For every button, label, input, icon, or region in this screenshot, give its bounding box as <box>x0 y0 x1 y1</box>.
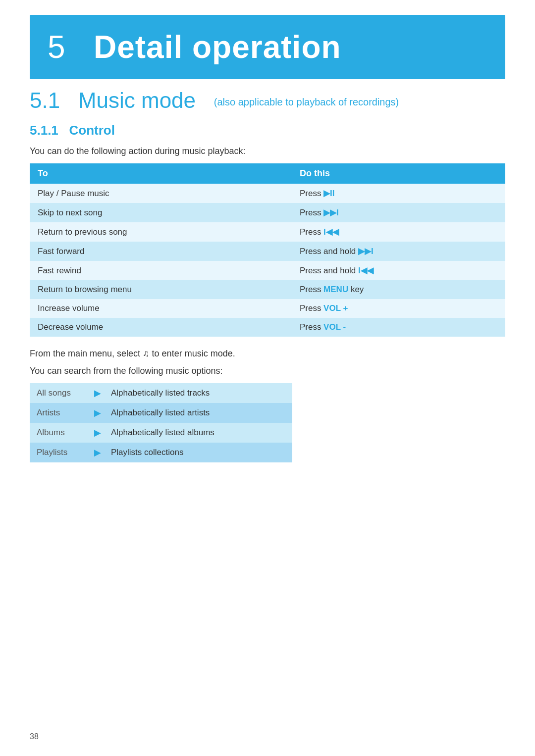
chapter-title-text: Detail operation <box>94 29 341 65</box>
option-label: Playlists <box>30 443 89 462</box>
table-row: Return to browsing menuPress MENU key <box>30 280 505 299</box>
arrow-icon: ▶ <box>89 443 104 462</box>
table-cell-to: Decrease volume <box>30 318 292 337</box>
arrow-icon: ▶ <box>89 423 104 443</box>
chapter-number: 5 <box>48 29 66 65</box>
table-cell-do: Press and hold ▶▶I <box>292 242 505 261</box>
table-cell-do: Press MENU key <box>292 280 505 299</box>
music-mode-text: From the main menu, select ♫ to enter mu… <box>30 349 505 359</box>
option-description: Playlists collections <box>104 443 292 462</box>
chapter-title: 5 Detail operation <box>48 29 487 65</box>
option-label: Albums <box>30 423 89 443</box>
table-row: Fast forwardPress and hold ▶▶I <box>30 242 505 261</box>
section-title: 5.1 Music mode (also applicable to playb… <box>30 88 505 113</box>
list-item: Artists▶Alphabetically listed artists <box>30 403 292 423</box>
table-row: Fast rewindPress and hold I◀◀ <box>30 261 505 280</box>
search-intro-text: You can search from the following music … <box>30 366 505 376</box>
arrow-icon: ▶ <box>89 403 104 423</box>
table-cell-do: Press I◀◀ <box>292 222 505 242</box>
section-subtitle: (also applicable to playback of recordin… <box>214 97 399 107</box>
page-number: 38 <box>30 732 39 741</box>
table-cell-do: Press ▶▶I <box>292 203 505 222</box>
col2-header: Do this <box>292 163 505 184</box>
table-header-row: To Do this <box>30 163 505 184</box>
list-item: All songs▶Alphabetically listed tracks <box>30 383 292 403</box>
table-row: Return to previous songPress I◀◀ <box>30 222 505 242</box>
table-cell-to: Return to previous song <box>30 222 292 242</box>
option-label: Artists <box>30 403 89 423</box>
table-cell-to: Increase volume <box>30 299 292 318</box>
table-cell-to: Fast rewind <box>30 261 292 280</box>
subsection-title-text: Control <box>69 123 115 138</box>
table-cell-to: Return to browsing menu <box>30 280 292 299</box>
table-cell-to: Skip to next song <box>30 203 292 222</box>
option-description: Alphabetically listed artists <box>104 403 292 423</box>
section-title-text: Music mode <box>78 88 196 112</box>
subsection-number: 5.1.1 <box>30 123 58 138</box>
option-description: Alphabetically listed albums <box>104 423 292 443</box>
table-row: Decrease volumePress VOL - <box>30 318 505 337</box>
table-row: Increase volumePress VOL + <box>30 299 505 318</box>
list-item: Playlists▶Playlists collections <box>30 443 292 462</box>
col1-header: To <box>30 163 292 184</box>
chapter-header: 5 Detail operation <box>30 15 505 79</box>
option-description: Alphabetically listed tracks <box>104 383 292 403</box>
table-cell-to: Fast forward <box>30 242 292 261</box>
table-cell-to: Play / Pause music <box>30 184 292 203</box>
table-cell-do: Press VOL + <box>292 299 505 318</box>
table-row: Play / Pause musicPress ▶II <box>30 184 505 203</box>
table-cell-do: Press ▶II <box>292 184 505 203</box>
music-note-icon: ♫ <box>143 349 150 358</box>
list-item: Albums▶Alphabetically listed albums <box>30 423 292 443</box>
option-label: All songs <box>30 383 89 403</box>
music-options-table: All songs▶Alphabetically listed tracksAr… <box>30 383 292 462</box>
table-row: Skip to next songPress ▶▶I <box>30 203 505 222</box>
section-number: 5.1 <box>30 88 60 112</box>
subsection-title: 5.1.1 Control <box>30 123 505 138</box>
table-cell-do: Press and hold I◀◀ <box>292 261 505 280</box>
arrow-icon: ▶ <box>89 383 104 403</box>
control-table: To Do this Play / Pause musicPress ▶IISk… <box>30 163 505 337</box>
table-cell-do: Press VOL - <box>292 318 505 337</box>
intro-text: You can do the following action during m… <box>30 146 505 156</box>
